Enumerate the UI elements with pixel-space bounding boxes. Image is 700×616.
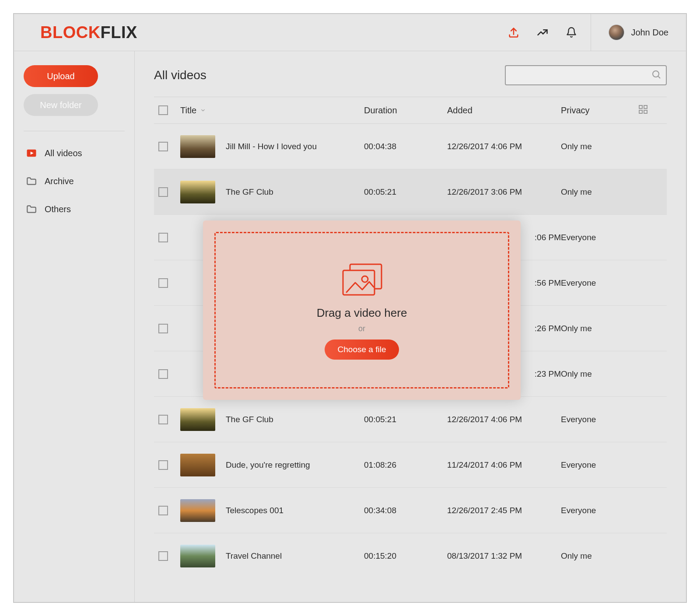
svg-rect-5 (639, 105, 642, 108)
video-privacy: Only me (561, 369, 626, 379)
video-duration: 00:34:08 (364, 506, 447, 515)
sidebar-item-label: Others (45, 204, 71, 214)
analytics-icon[interactable] (536, 26, 549, 38)
video-privacy: Only me (561, 551, 626, 561)
user-menu[interactable]: John Doe (591, 24, 668, 40)
video-title: Travel Channel (226, 551, 282, 561)
svg-rect-8 (644, 110, 647, 113)
video-added: 12/26/2017 2:45 PM (447, 506, 561, 515)
table-row[interactable]: Dude, you're regretting01:08:2611/24/201… (154, 442, 667, 488)
sidebar-item-others[interactable]: Others (24, 199, 125, 220)
svg-point-3 (653, 71, 659, 77)
table-row[interactable]: Jill Mill - How I loved you00:04:3812/26… (154, 124, 667, 169)
row-checkbox[interactable] (158, 415, 168, 424)
sidebar: Upload New folder All videos Archive (14, 51, 135, 602)
video-thumbnail[interactable] (180, 135, 215, 158)
video-title: The GF Club (226, 187, 273, 197)
row-checkbox[interactable] (158, 187, 168, 197)
logo[interactable]: BLOCKFLIX (40, 23, 137, 42)
video-title: Dude, you're regretting (226, 460, 310, 470)
topbar: BLOCKFLIX John Doe (14, 14, 686, 51)
upload-icon[interactable] (508, 26, 520, 38)
drop-title: Drag a video here (317, 306, 407, 320)
row-checkbox[interactable] (158, 460, 168, 470)
choose-file-button[interactable]: Choose a file (325, 340, 399, 360)
video-privacy: Everyone (561, 278, 626, 288)
logo-part1: BLOCK (40, 23, 101, 42)
sidebar-item-all-videos[interactable]: All videos (24, 143, 125, 164)
table-header: Title Duration Added Privacy (154, 97, 667, 124)
row-checkbox[interactable] (158, 324, 168, 333)
sidebar-separator (24, 131, 125, 131)
drop-or: or (358, 324, 365, 333)
table-row[interactable]: Travel Channel00:15:2008/13/2017 1:32 PM… (154, 533, 667, 579)
sidebar-item-label: All videos (45, 148, 82, 158)
upload-button[interactable]: Upload (24, 65, 98, 87)
sidebar-item-label: Archive (45, 176, 74, 186)
video-privacy: Everyone (561, 506, 626, 515)
col-added[interactable]: Added (447, 105, 561, 116)
sidebar-item-archive[interactable]: Archive (24, 171, 125, 192)
media-icon (338, 261, 386, 302)
video-thumbnail[interactable] (180, 408, 215, 431)
table-row[interactable]: Telescopes 00100:34:0812/26/2017 2:45 PM… (154, 488, 667, 533)
col-title[interactable]: Title (180, 105, 364, 116)
video-privacy: Only me (561, 187, 626, 197)
video-privacy: Only me (561, 142, 626, 151)
search-icon (651, 69, 662, 81)
avatar (609, 24, 624, 40)
col-duration[interactable]: Duration (364, 105, 447, 116)
video-privacy: Everyone (561, 460, 626, 470)
video-duration: 01:08:26 (364, 460, 447, 470)
svg-rect-6 (644, 105, 647, 108)
logo-part2: FLIX (101, 23, 137, 42)
folder-icon (25, 175, 38, 187)
search-field[interactable] (505, 65, 667, 85)
row-checkbox[interactable] (158, 369, 168, 379)
video-privacy: Everyone (561, 415, 626, 424)
search-input[interactable] (506, 71, 651, 80)
new-folder-button[interactable]: New folder (24, 94, 98, 116)
chevron-down-icon (200, 107, 206, 113)
row-checkbox[interactable] (158, 278, 168, 288)
video-thumbnail[interactable] (180, 181, 215, 203)
video-thumbnail[interactable] (180, 454, 215, 476)
grid-view-icon[interactable] (638, 104, 648, 117)
table-row[interactable]: The GF Club00:05:2112/26/2017 3:06 PMOnl… (154, 169, 667, 215)
video-added: 08/13/2017 1:32 PM (447, 551, 561, 561)
video-title: Jill Mill - How I loved you (226, 142, 317, 151)
folder-icon (25, 203, 38, 215)
video-duration: 00:05:21 (364, 415, 447, 424)
row-checkbox[interactable] (158, 506, 168, 515)
select-all-checkbox[interactable] (158, 105, 168, 115)
video-duration: 00:15:20 (364, 551, 447, 561)
row-checkbox[interactable] (158, 142, 168, 151)
username: John Doe (631, 28, 668, 38)
row-checkbox[interactable] (158, 233, 168, 242)
row-checkbox[interactable] (158, 551, 168, 561)
page-title: All videos (154, 68, 206, 82)
upload-modal: Drag a video here or Choose a file (203, 220, 521, 400)
video-privacy: Only me (561, 324, 626, 333)
table-row[interactable]: The GF Club00:05:2112/26/2017 4:06 PMEve… (154, 397, 667, 442)
video-added: 11/24/2017 4:06 PM (447, 460, 561, 470)
svg-rect-7 (639, 110, 642, 113)
drop-zone[interactable]: Drag a video here or Choose a file (214, 232, 509, 388)
video-title: The GF Club (226, 415, 273, 424)
svg-line-4 (658, 77, 661, 79)
bell-icon[interactable] (565, 26, 578, 38)
video-duration: 00:04:38 (364, 142, 447, 151)
video-thumbnail[interactable] (180, 545, 215, 567)
video-thumbnail[interactable] (180, 499, 215, 522)
col-privacy[interactable]: Privacy (561, 105, 626, 116)
video-duration: 00:05:21 (364, 187, 447, 197)
video-added: 12/26/2017 3:06 PM (447, 187, 561, 197)
video-privacy: Everyone (561, 233, 626, 242)
video-icon (25, 147, 38, 159)
video-added: 12/26/2017 4:06 PM (447, 142, 561, 151)
video-added: 12/26/2017 4:06 PM (447, 415, 561, 424)
video-title: Telescopes 001 (226, 506, 284, 515)
